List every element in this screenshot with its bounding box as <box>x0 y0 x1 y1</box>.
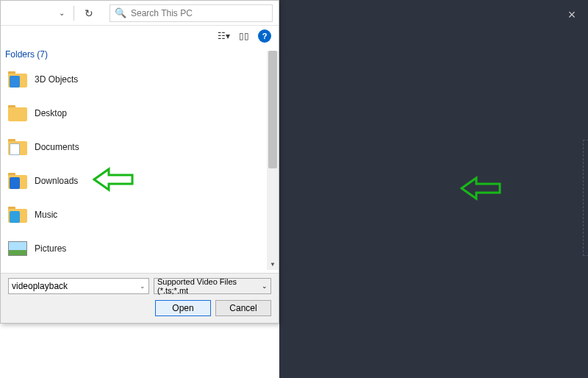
folder-downloads[interactable]: Downloads <box>1 164 279 198</box>
folder-label: Pictures <box>35 243 66 254</box>
open-button[interactable]: Open <box>155 300 211 316</box>
help-icon[interactable]: ? <box>258 29 271 43</box>
refresh-icon[interactable]: ↻ <box>80 7 98 19</box>
folder-icon <box>8 207 27 223</box>
file-type-filter[interactable]: Supported Video Files (*.ts;*.mt ⌄ <box>154 278 271 294</box>
section-header-folders: Folders (7) <box>1 46 279 63</box>
folder-music[interactable]: Music <box>1 198 279 232</box>
chevron-down-icon[interactable]: ⌄ <box>137 282 146 290</box>
chevron-down-icon[interactable]: ⌄ <box>56 6 68 20</box>
filename-field[interactable]: ⌄ <box>8 278 149 294</box>
folder-label: Documents <box>35 142 79 152</box>
folder-icon <box>8 139 27 155</box>
pictures-icon <box>8 241 27 256</box>
folder-label: Downloads <box>35 176 78 186</box>
dialog-footer: ⌄ Supported Video Files (*.ts;*.mt ⌄ Ope… <box>1 273 279 323</box>
folder-icon <box>8 71 27 88</box>
scroll-down-icon[interactable]: ▼ <box>267 261 279 271</box>
folder-3d-objects[interactable]: 3D Objects <box>1 63 279 96</box>
folder-label: 3D Objects <box>35 74 78 85</box>
filename-input[interactable] <box>12 281 137 291</box>
folder-icon <box>8 105 27 121</box>
dialog-address-bar: ⌄ ↻ 🔍 <box>1 1 279 26</box>
folder-documents[interactable]: Documents <box>1 130 279 164</box>
close-icon[interactable]: × <box>563 6 581 24</box>
scroll-thumb[interactable] <box>268 51 277 168</box>
drop-zone[interactable]: + Video to GIF Add a video to GIF Maker <box>583 140 588 256</box>
filter-label: Supported Video Files (*.ts;*.mt <box>157 277 262 295</box>
folder-label: Desktop <box>35 108 67 118</box>
preview-pane-icon[interactable]: ▯▯ <box>237 29 251 43</box>
cancel-button[interactable]: Cancel <box>215 300 271 316</box>
search-input[interactable] <box>131 8 268 18</box>
folder-label: Music <box>35 210 57 220</box>
gif-maker-app: × + Video to GIF Add a video to GIF Make… <box>279 0 588 378</box>
dialog-toolbar: ☷▾ ▯▯ ? <box>1 26 279 46</box>
chevron-down-icon: ⌄ <box>262 282 268 290</box>
file-list: Folders (7) 3D Objects Desktop Documents… <box>1 46 279 274</box>
folder-desktop[interactable]: Desktop <box>1 96 279 130</box>
folder-pictures[interactable]: Pictures <box>1 232 279 265</box>
view-options-icon[interactable]: ☷▾ <box>217 29 230 43</box>
search-icon: 🔍 <box>115 7 126 18</box>
search-box[interactable]: 🔍 <box>110 4 273 22</box>
scrollbar[interactable]: ▲ ▼ <box>267 51 279 270</box>
file-open-dialog: ⌄ ↻ 🔍 ☷▾ ▯▯ ? Folders (7) 3D Objects Des… <box>0 0 279 324</box>
folder-icon <box>8 173 27 189</box>
